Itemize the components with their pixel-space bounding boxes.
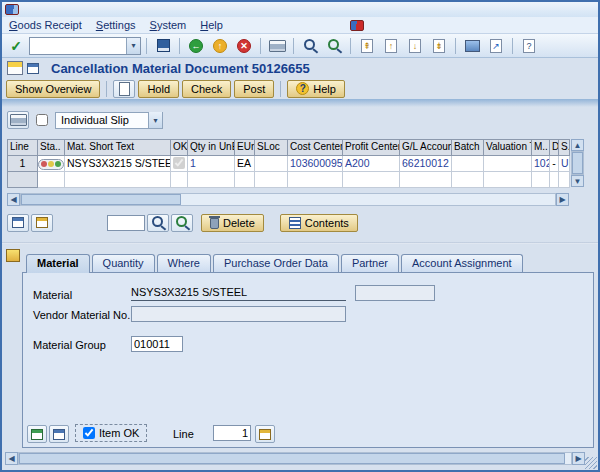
col-header-line[interactable]: Line <box>8 140 38 156</box>
ok-checkbox[interactable] <box>173 157 185 169</box>
resize-grip[interactable] <box>585 457 597 469</box>
col-header-gl-account[interactable]: G/L Account <box>400 140 452 156</box>
grid-horizontal-scrollbar[interactable]: ◀ ▶ <box>7 193 569 206</box>
grid-find-next-button[interactable] <box>171 214 193 232</box>
row1-gl-account[interactable]: 66210012 <box>400 156 452 172</box>
first-page-button[interactable]: ⇞ <box>356 36 378 56</box>
find-button[interactable] <box>299 36 321 56</box>
row1-valuation-type[interactable] <box>484 156 532 172</box>
tab-purchase-order-data[interactable]: Purchase Order Data <box>213 254 339 272</box>
col-header-eun[interactable]: EUn <box>235 140 255 156</box>
row1-ok-cell[interactable] <box>171 156 188 172</box>
scroll-right-icon[interactable]: ▶ <box>556 193 569 206</box>
help-button[interactable]: ?Help <box>287 80 345 98</box>
col-header-status[interactable]: Sta.. <box>38 140 65 156</box>
row1-profit-center[interactable]: A200 <box>343 156 400 172</box>
command-dropdown-icon[interactable]: ▾ <box>126 38 140 54</box>
slip-dropdown-icon[interactable]: ▾ <box>148 112 162 128</box>
cancel-button[interactable]: ✕ <box>233 36 255 56</box>
row1-sloc[interactable] <box>255 156 288 172</box>
command-field[interactable] <box>30 39 126 53</box>
new-session-button[interactable] <box>461 36 483 56</box>
vendor-material-input[interactable] <box>131 306 346 322</box>
find-next-button[interactable] <box>323 36 345 56</box>
tab-material[interactable]: Material <box>26 254 90 273</box>
material-group-input[interactable] <box>131 336 183 352</box>
grid-vscroll-track[interactable] <box>571 151 584 175</box>
last-page-button[interactable]: ⇟ <box>428 36 450 56</box>
row1-batch[interactable] <box>452 156 484 172</box>
window-hscroll-track[interactable] <box>18 452 572 465</box>
window-scroll-right-icon[interactable]: ▶ <box>572 452 585 465</box>
print-button[interactable] <box>266 36 288 56</box>
row1-stock-type[interactable]: U <box>559 156 570 172</box>
tab-where[interactable]: Where <box>157 254 211 272</box>
col-header-sloc[interactable]: SLoc <box>255 140 288 156</box>
back-button[interactable]: ← <box>185 36 207 56</box>
post-button[interactable]: Post <box>234 80 274 98</box>
col-header-cost-center[interactable]: Cost Center <box>288 140 343 156</box>
tab-partner[interactable]: Partner <box>341 254 399 272</box>
line-input[interactable] <box>213 425 251 441</box>
window-hscroll-thumb[interactable] <box>19 453 565 464</box>
delete-button[interactable]: Delete <box>201 214 264 232</box>
slip-version-combo[interactable]: Individual Slip ▾ <box>55 112 163 129</box>
col-header-stock-type[interactable]: S.. <box>559 140 570 156</box>
exit-button[interactable]: ↑ <box>209 36 231 56</box>
help-toolbar-button[interactable]: ? <box>518 36 540 56</box>
col-header-movement-type[interactable]: M.. <box>532 140 550 156</box>
scroll-left-icon[interactable]: ◀ <box>7 193 20 206</box>
row1-mat-short-text[interactable]: NSYS3X3215 S/STEEL <box>65 156 171 172</box>
show-overview-button[interactable]: Show Overview <box>6 80 100 98</box>
tab-quantity[interactable]: Quantity <box>92 254 155 272</box>
grid-vertical-scrollbar[interactable]: ▲ ▼ <box>571 139 584 187</box>
window-scroll-left-icon[interactable]: ◀ <box>5 452 18 465</box>
col-header-mat-short-text[interactable]: Mat. Short Text <box>65 140 171 156</box>
col-header-profit-center[interactable]: Profit Center <box>343 140 400 156</box>
print-slip-button[interactable] <box>7 111 29 129</box>
col-header-qty[interactable]: Qty in UnE <box>188 140 235 156</box>
hold-button[interactable]: Hold <box>138 80 179 98</box>
scroll-up-icon[interactable]: ▲ <box>571 139 584 151</box>
check-button[interactable]: Check <box>182 80 231 98</box>
previous-item-button[interactable] <box>27 425 47 443</box>
next-item-button[interactable] <box>49 425 69 443</box>
col-header-ok[interactable]: OK <box>171 140 188 156</box>
material-display-field[interactable]: NSYS3X3215 S/STEEL <box>131 286 346 301</box>
row1-status-cell[interactable] <box>38 156 65 172</box>
sort-descending-button[interactable] <box>31 214 53 232</box>
save-button[interactable] <box>152 36 174 56</box>
col-header-dc[interactable]: D <box>550 140 559 156</box>
line-select-button[interactable] <box>255 425 275 443</box>
new-document-button[interactable] <box>113 80 135 98</box>
window-horizontal-scrollbar[interactable]: ◀ ▶ <box>5 452 585 465</box>
menu-goods-receipt[interactable]: Goods Receipt <box>2 17 89 34</box>
tab-account-assignment[interactable]: Account Assignment <box>401 254 523 272</box>
row1-eun[interactable]: EA <box>235 156 255 172</box>
col-header-valuation-type[interactable]: Valuation T.. <box>484 140 532 156</box>
col-header-batch[interactable]: Batch <box>452 140 484 156</box>
enter-button[interactable]: ✓ <box>5 36 27 56</box>
contents-button[interactable]: Contents <box>280 214 358 232</box>
grid-hscroll-track[interactable] <box>20 193 556 206</box>
scroll-down-icon[interactable]: ▼ <box>571 175 584 187</box>
menu-settings[interactable]: Settings <box>89 17 143 34</box>
row1-cost-center[interactable]: 103600095 <box>288 156 343 172</box>
item-ok-checkbox[interactable] <box>83 427 95 439</box>
row1-movement-type[interactable]: 102 <box>532 156 550 172</box>
row1-line-selector[interactable]: 1 <box>8 156 38 172</box>
grid-hscroll-thumb[interactable] <box>21 194 181 205</box>
grid-vscroll-thumb[interactable] <box>572 152 583 174</box>
grid-find-button[interactable] <box>147 214 169 232</box>
grid-find-input[interactable] <box>107 215 145 231</box>
row1-qty[interactable]: 1 <box>188 156 235 172</box>
create-shortcut-button[interactable]: ↗ <box>485 36 507 56</box>
row1-dc[interactable]: - <box>550 156 559 172</box>
material-extra-field[interactable] <box>355 285 435 301</box>
next-page-button[interactable]: ↓ <box>404 36 426 56</box>
previous-page-button[interactable]: ↑ <box>380 36 402 56</box>
sort-ascending-button[interactable] <box>7 214 29 232</box>
menu-help[interactable]: Help <box>193 17 230 34</box>
menu-system[interactable]: System <box>143 17 194 34</box>
individual-slip-checkbox[interactable] <box>36 114 48 126</box>
